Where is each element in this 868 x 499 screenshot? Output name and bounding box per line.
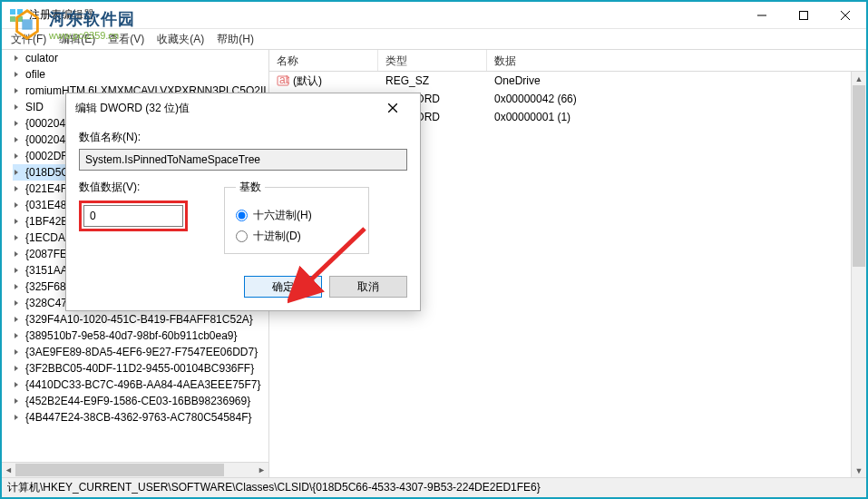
list-scrollbar-v[interactable]: ▲ ▼ bbox=[851, 72, 866, 477]
ok-button[interactable]: 确定 bbox=[244, 276, 322, 298]
value-name-input[interactable] bbox=[79, 149, 407, 171]
menu-help[interactable]: 帮助(H) bbox=[211, 30, 259, 49]
close-button[interactable] bbox=[824, 2, 866, 29]
maximize-icon bbox=[799, 11, 808, 20]
logo-icon bbox=[9, 7, 45, 42]
cell-data: 0x00000001 (1) bbox=[487, 111, 866, 123]
minimize-button[interactable] bbox=[741, 2, 783, 29]
tree-scrollbar-h[interactable]: ◄ ► bbox=[2, 462, 268, 477]
radio-hex-label: 十六进制(H) bbox=[253, 208, 312, 223]
value-name-label: 数值名称(N): bbox=[79, 130, 407, 145]
tree-item[interactable]: {329F4A10-1020-451C-B419-FB4AFF81C52A} bbox=[13, 311, 268, 328]
radio-dec-label: 十进制(D) bbox=[253, 229, 301, 244]
tree-item[interactable]: {4410DC33-BC7C-496B-AA84-4AEA3EEE75F7} bbox=[13, 377, 268, 393]
watermark-logo: 河东软件园 www.pc0359.cn bbox=[9, 7, 135, 42]
tree-item[interactable]: {452B2E44-E9F9-1586-CE03-16BB98236969} bbox=[13, 393, 268, 409]
svg-text:ab: ab bbox=[279, 74, 289, 86]
col-data[interactable]: 数据 bbox=[487, 50, 866, 71]
tree-item[interactable]: {389510b7-9e58-40d7-98bf-60b911cb0ea9} bbox=[13, 328, 268, 344]
scroll-right-icon[interactable]: ► bbox=[255, 463, 268, 477]
cell-name: ab(默认) bbox=[269, 73, 378, 89]
scroll-thumb-h[interactable] bbox=[15, 464, 224, 476]
close-icon bbox=[841, 11, 850, 20]
logo-text-url: www.pc0359.cn bbox=[49, 30, 135, 41]
list-header: 名称 类型 数据 bbox=[269, 50, 866, 72]
svg-rect-5 bbox=[800, 11, 808, 19]
cell-type: REG_SZ bbox=[378, 74, 487, 87]
tree-item[interactable]: {3F2BBC05-40DF-11D2-9455-00104BC936FF} bbox=[13, 360, 268, 377]
edit-dword-dialog: 编辑 DWORD (32 位)值 数值名称(N): 数值数据(V): 基数 十六… bbox=[65, 93, 421, 311]
status-path: 计算机\HKEY_CURRENT_USER\SOFTWARE\Classes\C… bbox=[7, 480, 541, 495]
dialog-titlebar[interactable]: 编辑 DWORD (32 位)值 bbox=[66, 93, 420, 122]
radio-dec-input[interactable] bbox=[236, 230, 248, 242]
cell-data: OneDrive bbox=[487, 74, 866, 87]
tree-item[interactable]: ofile bbox=[13, 66, 268, 83]
scroll-thumb-v[interactable] bbox=[853, 85, 865, 267]
close-icon bbox=[388, 103, 397, 113]
col-type[interactable]: 类型 bbox=[378, 50, 487, 71]
minimize-icon bbox=[757, 11, 766, 20]
base-fieldset: 基数 十六进制(H) 十进制(D) bbox=[224, 180, 369, 254]
tree-item[interactable]: culator bbox=[13, 50, 268, 66]
logo-text-zh: 河东软件园 bbox=[49, 8, 135, 30]
scroll-down-icon[interactable]: ▼ bbox=[852, 464, 866, 477]
list-row[interactable]: ab(默认)REG_SZOneDrive bbox=[269, 72, 866, 90]
radio-dec[interactable]: 十进制(D) bbox=[236, 229, 357, 244]
menu-favorites[interactable]: 收藏夹(A) bbox=[151, 30, 210, 49]
dialog-close-button[interactable] bbox=[375, 95, 411, 121]
scroll-left-icon[interactable]: ◄ bbox=[2, 463, 15, 477]
tree-item[interactable]: {3AE9FE89-8DA5-4EF6-9E27-F7547EE06DD7} bbox=[13, 344, 268, 360]
scroll-up-icon[interactable]: ▲ bbox=[852, 72, 866, 85]
tree-item[interactable]: {4B447E24-38CB-4362-9763-AC780C54584F} bbox=[13, 409, 268, 426]
col-name[interactable]: 名称 bbox=[269, 50, 378, 71]
maximize-button[interactable] bbox=[783, 2, 824, 29]
statusbar: 计算机\HKEY_CURRENT_USER\SOFTWARE\Classes\C… bbox=[2, 477, 866, 497]
dialog-title: 编辑 DWORD (32 位)值 bbox=[75, 101, 190, 116]
cancel-button[interactable]: 取消 bbox=[329, 276, 407, 298]
value-data-label: 数值数据(V): bbox=[79, 180, 197, 195]
value-data-input[interactable] bbox=[83, 205, 183, 227]
cell-data: 0x00000042 (66) bbox=[487, 93, 866, 105]
base-legend: 基数 bbox=[236, 180, 265, 195]
radio-hex[interactable]: 十六进制(H) bbox=[236, 208, 357, 223]
highlight-annotation bbox=[79, 201, 188, 231]
radio-hex-input[interactable] bbox=[236, 210, 248, 221]
